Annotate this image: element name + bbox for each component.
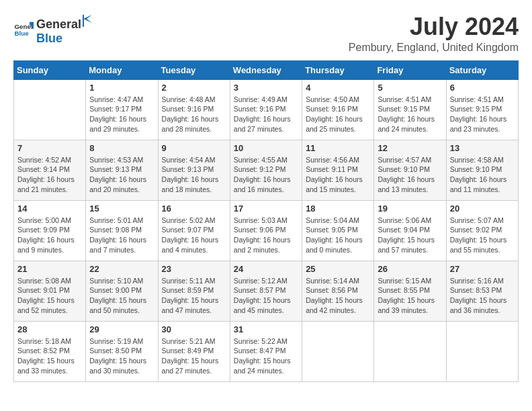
calendar-cell: 18Sunrise: 5:04 AMSunset: 9:05 PMDayligh… bbox=[302, 200, 374, 261]
calendar-cell bbox=[446, 321, 518, 381]
calendar-cell: 5Sunrise: 4:51 AMSunset: 9:15 PMDaylight… bbox=[374, 79, 446, 140]
day-info: Sunrise: 5:19 AMSunset: 8:50 PMDaylight:… bbox=[89, 336, 154, 376]
day-info: Sunrise: 5:14 AMSunset: 8:56 PMDaylight:… bbox=[306, 276, 370, 316]
calendar-cell: 9Sunrise: 4:54 AMSunset: 9:13 PMDaylight… bbox=[158, 140, 230, 200]
header-sunday: Sunday bbox=[14, 60, 86, 79]
calendar-week-5: 28Sunrise: 5:18 AMSunset: 8:52 PMDayligh… bbox=[14, 321, 519, 381]
header-thursday: Thursday bbox=[302, 60, 374, 79]
day-info: Sunrise: 4:58 AMSunset: 9:10 PMDaylight:… bbox=[450, 155, 515, 195]
day-info: Sunrise: 5:02 AMSunset: 9:07 PMDaylight:… bbox=[162, 216, 226, 255]
calendar-cell: 4Sunrise: 4:50 AMSunset: 9:16 PMDaylight… bbox=[302, 79, 374, 140]
day-number: 30 bbox=[162, 324, 226, 334]
day-number: 12 bbox=[378, 143, 442, 153]
day-number: 17 bbox=[234, 203, 298, 214]
day-number: 9 bbox=[162, 143, 226, 153]
day-number: 6 bbox=[450, 83, 515, 93]
day-info: Sunrise: 4:51 AMSunset: 9:15 PMDaylight:… bbox=[450, 95, 515, 134]
day-info: Sunrise: 5:11 AMSunset: 8:59 PMDaylight:… bbox=[162, 276, 226, 316]
day-info: Sunrise: 4:51 AMSunset: 9:15 PMDaylight:… bbox=[378, 95, 442, 134]
calendar-cell: 8Sunrise: 4:53 AMSunset: 9:13 PMDaylight… bbox=[86, 140, 158, 200]
day-info: Sunrise: 5:22 AMSunset: 8:47 PMDaylight:… bbox=[234, 336, 298, 376]
calendar-week-2: 7Sunrise: 4:52 AMSunset: 9:14 PMDaylight… bbox=[14, 140, 519, 200]
header-tuesday: Tuesday bbox=[158, 60, 230, 79]
day-number: 8 bbox=[89, 143, 154, 153]
day-number: 19 bbox=[378, 203, 442, 214]
calendar-cell: 10Sunrise: 4:55 AMSunset: 9:12 PMDayligh… bbox=[230, 140, 302, 200]
calendar-cell bbox=[374, 321, 446, 381]
calendar-cell: 2Sunrise: 4:48 AMSunset: 9:16 PMDaylight… bbox=[158, 79, 230, 140]
logo-blue-text: Blue bbox=[36, 32, 62, 45]
calendar-cell: 16Sunrise: 5:02 AMSunset: 9:07 PMDayligh… bbox=[158, 200, 230, 261]
day-info: Sunrise: 4:50 AMSunset: 9:16 PMDaylight:… bbox=[306, 95, 370, 134]
day-info: Sunrise: 5:01 AMSunset: 9:08 PMDaylight:… bbox=[89, 216, 154, 255]
header-saturday: Saturday bbox=[446, 60, 518, 79]
day-info: Sunrise: 4:56 AMSunset: 9:11 PMDaylight:… bbox=[306, 155, 370, 195]
day-number: 14 bbox=[17, 203, 82, 214]
location-subtitle: Pembury, England, United Kingdom bbox=[349, 42, 519, 54]
header-monday: Monday bbox=[86, 60, 158, 79]
day-info: Sunrise: 4:54 AMSunset: 9:13 PMDaylight:… bbox=[162, 155, 226, 195]
calendar-cell: 15Sunrise: 5:01 AMSunset: 9:08 PMDayligh… bbox=[86, 200, 158, 261]
calendar-cell: 22Sunrise: 5:10 AMSunset: 9:00 PMDayligh… bbox=[86, 261, 158, 321]
calendar-cell: 7Sunrise: 4:52 AMSunset: 9:14 PMDaylight… bbox=[14, 140, 86, 200]
logo-icon: General Blue bbox=[13, 19, 34, 40]
day-number: 10 bbox=[234, 143, 298, 153]
day-info: Sunrise: 5:18 AMSunset: 8:52 PMDaylight:… bbox=[17, 336, 82, 376]
day-number: 29 bbox=[89, 324, 154, 334]
calendar-cell: 28Sunrise: 5:18 AMSunset: 8:52 PMDayligh… bbox=[14, 321, 86, 381]
day-number: 23 bbox=[162, 264, 226, 274]
day-info: Sunrise: 5:16 AMSunset: 8:53 PMDaylight:… bbox=[450, 276, 515, 316]
day-number: 25 bbox=[306, 264, 370, 274]
svg-text:Blue: Blue bbox=[15, 30, 30, 37]
calendar-cell: 20Sunrise: 5:07 AMSunset: 9:02 PMDayligh… bbox=[446, 200, 518, 261]
calendar-cell: 13Sunrise: 4:58 AMSunset: 9:10 PMDayligh… bbox=[446, 140, 518, 200]
calendar-cell: 27Sunrise: 5:16 AMSunset: 8:53 PMDayligh… bbox=[446, 261, 518, 321]
header-wednesday: Wednesday bbox=[230, 60, 302, 79]
calendar-cell: 30Sunrise: 5:21 AMSunset: 8:49 PMDayligh… bbox=[158, 321, 230, 381]
day-number: 15 bbox=[89, 203, 154, 214]
calendar-cell: 1Sunrise: 4:47 AMSunset: 9:17 PMDaylight… bbox=[86, 79, 158, 140]
day-info: Sunrise: 5:08 AMSunset: 9:01 PMDaylight:… bbox=[17, 276, 82, 316]
calendar-cell: 11Sunrise: 4:56 AMSunset: 9:11 PMDayligh… bbox=[302, 140, 374, 200]
day-number: 22 bbox=[89, 264, 154, 274]
day-number: 31 bbox=[234, 324, 298, 334]
calendar-cell: 14Sunrise: 5:00 AMSunset: 9:09 PMDayligh… bbox=[14, 200, 86, 261]
month-year-title: July 2024 bbox=[349, 13, 519, 40]
page-header: General Blue General Blue July 2024 Pemb… bbox=[13, 13, 519, 54]
calendar-week-1: 1Sunrise: 4:47 AMSunset: 9:17 PMDaylight… bbox=[14, 79, 519, 140]
day-info: Sunrise: 5:03 AMSunset: 9:06 PMDaylight:… bbox=[234, 216, 298, 255]
calendar-cell: 24Sunrise: 5:12 AMSunset: 8:57 PMDayligh… bbox=[230, 261, 302, 321]
day-number: 26 bbox=[378, 264, 442, 274]
calendar-cell: 31Sunrise: 5:22 AMSunset: 8:47 PMDayligh… bbox=[230, 321, 302, 381]
day-info: Sunrise: 4:52 AMSunset: 9:14 PMDaylight:… bbox=[17, 155, 82, 195]
calendar-cell: 25Sunrise: 5:14 AMSunset: 8:56 PMDayligh… bbox=[302, 261, 374, 321]
day-info: Sunrise: 5:21 AMSunset: 8:49 PMDaylight:… bbox=[162, 336, 226, 376]
day-info: Sunrise: 5:15 AMSunset: 8:55 PMDaylight:… bbox=[378, 276, 442, 316]
calendar-cell bbox=[14, 79, 86, 140]
day-info: Sunrise: 4:49 AMSunset: 9:16 PMDaylight:… bbox=[234, 95, 298, 134]
calendar-cell: 23Sunrise: 5:11 AMSunset: 8:59 PMDayligh… bbox=[158, 261, 230, 321]
calendar-week-3: 14Sunrise: 5:00 AMSunset: 9:09 PMDayligh… bbox=[14, 200, 519, 261]
day-number: 4 bbox=[306, 83, 370, 93]
day-number: 24 bbox=[234, 264, 298, 274]
title-block: July 2024 Pembury, England, United Kingd… bbox=[349, 13, 519, 54]
header-friday: Friday bbox=[374, 60, 446, 79]
day-info: Sunrise: 4:47 AMSunset: 9:17 PMDaylight:… bbox=[89, 95, 154, 134]
day-number: 3 bbox=[234, 83, 298, 93]
header-row: Sunday Monday Tuesday Wednesday Thursday… bbox=[14, 60, 519, 79]
day-number: 18 bbox=[306, 203, 370, 214]
day-info: Sunrise: 5:04 AMSunset: 9:05 PMDaylight:… bbox=[306, 216, 370, 255]
day-info: Sunrise: 5:10 AMSunset: 9:00 PMDaylight:… bbox=[89, 276, 154, 316]
calendar-cell: 3Sunrise: 4:49 AMSunset: 9:16 PMDaylight… bbox=[230, 79, 302, 140]
day-number: 13 bbox=[450, 143, 515, 153]
calendar-cell: 6Sunrise: 4:51 AMSunset: 9:15 PMDaylight… bbox=[446, 79, 518, 140]
day-number: 28 bbox=[17, 324, 82, 334]
day-number: 7 bbox=[17, 143, 82, 153]
day-number: 20 bbox=[450, 203, 515, 214]
day-number: 11 bbox=[306, 143, 370, 153]
calendar-table: Sunday Monday Tuesday Wednesday Thursday… bbox=[13, 60, 519, 382]
day-number: 21 bbox=[17, 264, 82, 274]
day-number: 16 bbox=[162, 203, 226, 214]
calendar-cell: 19Sunrise: 5:06 AMSunset: 9:04 PMDayligh… bbox=[374, 200, 446, 261]
calendar-cell: 29Sunrise: 5:19 AMSunset: 8:50 PMDayligh… bbox=[86, 321, 158, 381]
